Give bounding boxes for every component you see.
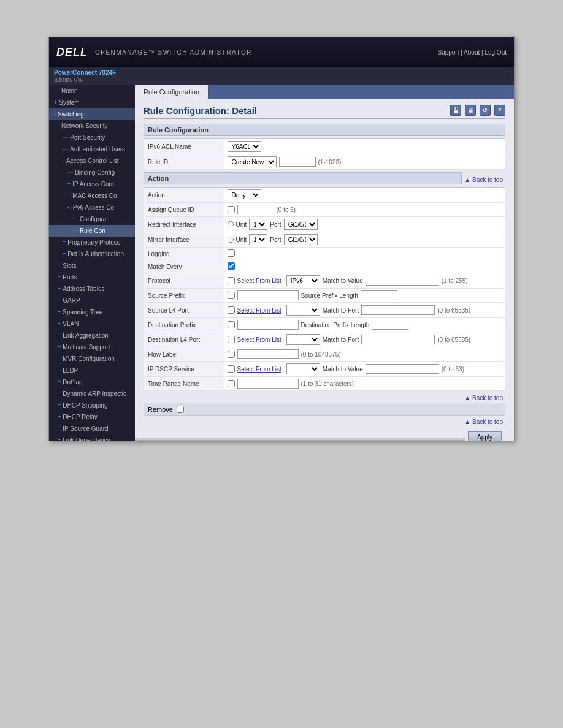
assign-queue-input[interactable] bbox=[237, 205, 274, 214]
dst-prefix-length-input[interactable] bbox=[372, 320, 408, 330]
rule-id-value: Create New Rule (1-1023) bbox=[224, 154, 505, 170]
sidebar-item-link-agg[interactable]: + Link Aggregation bbox=[49, 330, 135, 341]
mirror-label: Mirror Interface bbox=[144, 232, 224, 248]
print-icon[interactable]: 🖨 bbox=[465, 105, 476, 116]
sidebar-item-slots[interactable]: + Slots bbox=[49, 260, 135, 271]
sidebar-item-dhcp-relay[interactable]: + DHCP Relay bbox=[49, 411, 135, 423]
tree-expand-icon: + bbox=[58, 378, 61, 387]
sidebar-item-auth-users[interactable]: — Authenticated Users bbox=[49, 143, 135, 155]
system-name: PowerConnect 7024F bbox=[54, 69, 116, 76]
sidebar-item-ports[interactable]: + Ports bbox=[49, 271, 135, 283]
flow-label-input[interactable] bbox=[237, 349, 299, 359]
protocol-match-input[interactable] bbox=[366, 276, 439, 286]
dst-l4-match-input[interactable] bbox=[361, 335, 435, 344]
dst-l4-checkbox[interactable] bbox=[228, 336, 235, 343]
logging-checkbox[interactable] bbox=[228, 249, 235, 257]
sidebar-item-dot1ag[interactable]: + Dot1ag bbox=[49, 376, 135, 388]
redirect-port-select[interactable]: Gi1/0/1 bbox=[284, 219, 318, 230]
src-prefix-input[interactable] bbox=[237, 290, 299, 300]
src-l4-checkbox[interactable] bbox=[228, 306, 235, 314]
mirror-unit-select[interactable]: 1 bbox=[249, 234, 267, 245]
sidebar-label-dhcp-snooping: DHCP Snooping bbox=[63, 401, 107, 410]
sidebar-item-multicast[interactable]: + Multicast Support bbox=[49, 341, 135, 353]
table-row: Action Deny Permit bbox=[144, 188, 505, 203]
logging-label: Logging bbox=[144, 248, 224, 260]
sidebar-item-ipv6-access[interactable]: - IPv6 Access Co bbox=[49, 202, 135, 213]
save-icon[interactable]: 💾 bbox=[450, 105, 461, 116]
rule-id-hint: (1-1023) bbox=[318, 159, 342, 165]
back-to-top-3[interactable]: ▲ Back to top bbox=[144, 417, 505, 427]
support-link[interactable]: Support bbox=[437, 49, 459, 56]
tree-expand-icon: + bbox=[58, 262, 61, 270]
sidebar-item-port-security[interactable]: — Port Security bbox=[49, 132, 135, 143]
apply-button[interactable]: Apply bbox=[468, 431, 502, 441]
sidebar-item-acl[interactable]: - Access Control List bbox=[49, 155, 135, 167]
match-every-value bbox=[224, 260, 505, 273]
tree-expand-icon: + bbox=[58, 366, 61, 375]
back-to-top-2[interactable]: ▲ Back to top bbox=[144, 393, 505, 403]
sidebar-item-dhcp-snooping[interactable]: + DHCP Snooping bbox=[49, 400, 135, 411]
sidebar-item-mac-access[interactable]: + MAC Access Co bbox=[49, 190, 135, 202]
src-prefix-checkbox[interactable] bbox=[228, 292, 235, 299]
sidebar-item-address-tables[interactable]: + Address Tables bbox=[49, 283, 135, 295]
sidebar-item-proprietary[interactable]: + Proprietary Protocol bbox=[49, 237, 135, 248]
help-icon[interactable]: ? bbox=[494, 105, 505, 116]
sidebar-item-lldp[interactable]: + LLDP bbox=[49, 365, 135, 376]
sidebar-item-mvr[interactable]: + MVR Configuration bbox=[49, 353, 135, 365]
protocol-checkbox[interactable] bbox=[228, 277, 235, 284]
remove-checkbox[interactable] bbox=[177, 406, 184, 413]
assign-queue-label: Assign Queue ID bbox=[144, 203, 224, 217]
dst-prefix-checkbox[interactable] bbox=[228, 321, 235, 328]
rule-id-select[interactable]: Create New Rule bbox=[228, 156, 277, 167]
sidebar-item-binding-config[interactable]: — Binding Config bbox=[49, 167, 135, 178]
logout-link[interactable]: Log Out bbox=[484, 49, 507, 56]
sidebar-item-spanning-tree[interactable]: + Spanning Tree bbox=[49, 306, 135, 318]
tree-expand-icon: - bbox=[67, 203, 69, 212]
protocol-select-from-list[interactable]: Select From List bbox=[237, 278, 282, 284]
sidebar-item-garp[interactable]: + GARP bbox=[49, 295, 135, 306]
dscp-type-select[interactable] bbox=[286, 363, 320, 374]
src-l4-match-input[interactable] bbox=[361, 305, 435, 315]
time-range-input[interactable] bbox=[237, 379, 299, 389]
src-l4-select-from-list[interactable]: Select From List bbox=[237, 307, 282, 314]
sidebar-item-vlan[interactable]: + VLAN bbox=[49, 318, 135, 330]
time-range-checkbox[interactable] bbox=[228, 380, 235, 387]
mirror-port-select[interactable]: Gi1/0/1 bbox=[284, 234, 318, 245]
bottom-scrollbar[interactable] bbox=[135, 438, 465, 441]
action-select[interactable]: Deny Permit bbox=[228, 189, 261, 200]
sidebar-item-ip-source[interactable]: + IP Source Guard bbox=[49, 423, 135, 434]
dst-prefix-input[interactable] bbox=[237, 320, 299, 330]
protocol-type-select[interactable]: IPv6 bbox=[286, 275, 320, 286]
sidebar-item-dot1x[interactable]: + Dot1x Authentication bbox=[49, 248, 135, 260]
src-prefix-length-input[interactable] bbox=[361, 290, 397, 300]
sidebar-item-configuration[interactable]: — Configurati bbox=[49, 213, 135, 225]
sidebar-item-rule-con[interactable]: — Rule Con bbox=[49, 225, 135, 237]
dst-l4-type-select[interactable] bbox=[286, 334, 320, 345]
sidebar-item-switching[interactable]: - Switching bbox=[49, 108, 135, 120]
sidebar-item-home[interactable]: — Home bbox=[49, 85, 135, 97]
sidebar-item-ip-access[interactable]: + IP Access Cont bbox=[49, 178, 135, 190]
match-every-checkbox[interactable] bbox=[228, 262, 235, 270]
sidebar-item-network-security[interactable]: - Network Security bbox=[49, 120, 135, 132]
rule-id-input[interactable] bbox=[279, 157, 316, 167]
sidebar-item-link-dep[interactable]: + Link Dependency bbox=[49, 434, 135, 441]
tree-expand-icon: + bbox=[58, 436, 61, 441]
refresh-icon[interactable]: ↺ bbox=[480, 105, 491, 116]
tab-rule-configuration[interactable]: Rule Configuration bbox=[135, 85, 209, 99]
sidebar-item-system[interactable]: + System bbox=[49, 97, 135, 108]
dscp-select-from-list[interactable]: Select From List bbox=[237, 366, 282, 373]
dscp-match-input[interactable] bbox=[366, 364, 439, 374]
ipv6-acl-select[interactable]: Y6ACL bbox=[228, 141, 261, 152]
about-link[interactable]: About bbox=[464, 49, 480, 56]
dst-l4-select-from-list[interactable]: Select From List bbox=[237, 336, 282, 343]
tree-expand-icon: + bbox=[58, 285, 61, 294]
src-l4-type-select[interactable] bbox=[286, 305, 320, 316]
sidebar-item-darp[interactable]: + Dynamic ARP Inspectio bbox=[49, 388, 135, 400]
mirror-radio[interactable] bbox=[228, 237, 234, 243]
redirect-radio[interactable] bbox=[228, 221, 234, 227]
back-to-top-1[interactable]: ▲ Back to top bbox=[462, 175, 505, 184]
flow-label-checkbox[interactable] bbox=[228, 351, 235, 358]
dscp-checkbox[interactable] bbox=[228, 365, 235, 373]
redirect-unit-select[interactable]: 1 bbox=[249, 219, 267, 230]
assign-queue-checkbox[interactable] bbox=[228, 206, 235, 213]
